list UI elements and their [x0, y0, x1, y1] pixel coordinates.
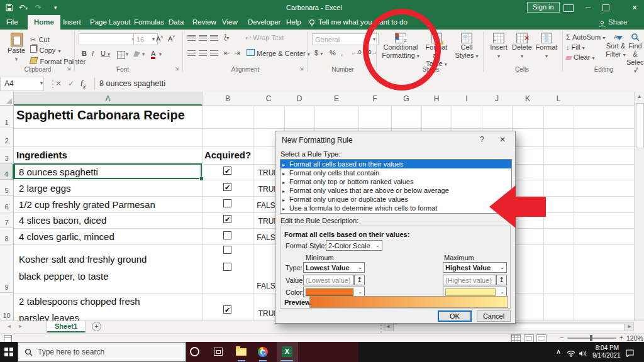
rule-type-option-3[interactable]: ▸Format only top or bottom ranked values — [280, 177, 511, 186]
fill-color-icon[interactable] — [133, 51, 140, 57]
column-header-j[interactable]: J — [482, 92, 513, 106]
formula-input[interactable]: 8 ounces spaghetti — [99, 75, 165, 92]
increase-indent-icon[interactable]: ⇥ — [234, 49, 240, 57]
decrease-indent-icon[interactable]: ⇤ — [224, 49, 230, 57]
ok-button[interactable]: OK — [438, 310, 472, 322]
sheet-nav-left-icon[interactable]: ◂ — [8, 322, 11, 329]
column-header-i[interactable]: I — [452, 92, 482, 106]
cell-a9[interactable]: Kosher salt and freshly ground black pep… — [19, 251, 147, 285]
scroll-up-icon[interactable]: ▲ — [635, 92, 644, 102]
row-header-8[interactable]: 8 — [0, 228, 14, 244]
column-header-l[interactable]: L — [543, 92, 574, 106]
column-header-h[interactable]: H — [421, 92, 452, 106]
cell-a6[interactable]: 1/2 cup freshly grated Parmesan — [19, 199, 155, 210]
bold-button[interactable]: B — [82, 50, 87, 57]
sort-filter-button[interactable]: A Sort & Filter ▾ — [605, 33, 626, 59]
tab-view[interactable]: View — [216, 15, 244, 30]
name-box[interactable]: A4 — [0, 77, 44, 91]
fill-button[interactable]: ↓ Fill ▾ — [566, 43, 585, 51]
column-header-c[interactable]: C — [253, 92, 285, 106]
redo-icon[interactable]: ↷▾ — [35, 0, 44, 16]
clipboard-dialog-launcher-icon[interactable]: ⇲ — [67, 66, 71, 72]
clock[interactable]: 8:04 PM 9/14/2021 — [592, 344, 619, 359]
horizontal-scroll-thumb[interactable] — [393, 324, 625, 331]
checkbox-row10[interactable]: ✔ — [223, 305, 231, 314]
restore-button[interactable] — [602, 4, 609, 11]
checkbox-row5[interactable]: ✔ — [223, 183, 231, 191]
cancel-button[interactable]: Cancel — [477, 310, 511, 322]
sheet-tab-sheet1[interactable]: Sheet1 — [47, 321, 86, 332]
action-center-icon[interactable] — [626, 348, 634, 359]
vertical-scrollbar[interactable]: ▲ — [634, 92, 644, 321]
tab-home[interactable]: Home — [28, 15, 60, 30]
name-box-dropdown-icon[interactable]: ▾ — [40, 80, 43, 86]
font-size-combo[interactable]: 16▾ — [133, 33, 158, 45]
checkbox-row6[interactable] — [223, 199, 231, 207]
rule-type-option-5[interactable]: ▸Format only unique or duplicate values — [280, 195, 511, 204]
fill-handle[interactable] — [199, 177, 204, 181]
comma-style-icon[interactable]: , — [341, 49, 343, 57]
tab-help[interactable]: Help — [280, 15, 308, 30]
format-style-combo[interactable]: 2-Color Scale⌄ — [326, 240, 382, 251]
row-header-5[interactable]: 5 — [0, 180, 14, 196]
italic-button[interactable]: I — [92, 50, 94, 57]
orientation-icon[interactable]: ⟅▾ — [224, 33, 229, 41]
borders-icon[interactable] — [117, 51, 125, 59]
file-explorer-icon[interactable] — [236, 348, 247, 356]
speaker-icon[interactable] — [579, 348, 587, 359]
minimize-button[interactable]: ─ — [580, 0, 596, 15]
excel-taskbar-icon[interactable]: X — [282, 346, 292, 357]
column-header-a[interactable]: A — [14, 92, 203, 106]
zoom-in-icon[interactable]: + — [619, 334, 623, 341]
autosum-button[interactable]: Σ AutoSum ▾ — [566, 33, 605, 41]
rule-type-option-2[interactable]: ▸Format only cells that contain — [280, 168, 511, 177]
increase-decimal-icon[interactable]: ←.0 — [351, 49, 362, 55]
ribbon-display-options-icon[interactable] — [564, 4, 574, 12]
min-type-combo[interactable]: Lowest Value⌄ — [303, 262, 365, 273]
max-type-combo[interactable]: Highest Value⌄ — [443, 262, 507, 273]
hidden-icons-chevron-icon[interactable]: ∧ — [556, 348, 561, 356]
format-painter-button[interactable]: Format Painter — [30, 55, 86, 67]
row-header-9[interactable]: 9 — [0, 244, 14, 293]
column-header-g[interactable]: G — [391, 92, 422, 106]
column-header-b[interactable]: B — [203, 92, 253, 106]
align-middle-icon[interactable] — [199, 35, 207, 41]
clear-button[interactable]: Clear ▾ — [566, 53, 594, 61]
borders-dropdown-icon[interactable]: ▾ — [126, 52, 128, 57]
column-header-f[interactable]: F — [358, 92, 392, 106]
align-center-icon[interactable] — [199, 50, 207, 56]
insert-function-icon[interactable]: fx — [80, 79, 86, 90]
dialog-help-icon[interactable]: ? — [480, 135, 484, 144]
copy-button[interactable]: Copy ▾ — [30, 44, 61, 55]
column-header-partial[interactable] — [574, 92, 635, 106]
start-button[interactable] — [4, 348, 13, 356]
zoom-out-icon[interactable]: − — [560, 334, 564, 341]
paste-button[interactable]: Paste▾ — [5, 33, 28, 63]
horizontal-scrollbar[interactable]: ◄ ► — [384, 322, 634, 331]
row-header-1[interactable]: 1 — [0, 106, 14, 128]
row-header-3[interactable]: 3 — [0, 146, 14, 164]
percent-style-icon[interactable]: % — [330, 49, 336, 57]
font-name-combo[interactable]: ▾ — [79, 33, 138, 45]
row-header-6[interactable]: 6 — [0, 196, 14, 212]
task-view-icon[interactable] — [214, 348, 223, 356]
close-button[interactable]: ✕ — [626, 0, 643, 15]
insert-cells-button[interactable]: ← Insert▾ — [488, 33, 509, 60]
sign-in-button[interactable]: Sign in — [527, 2, 560, 13]
fill-color-dropdown-icon[interactable]: ▾ — [142, 52, 145, 57]
font-dialog-launcher-icon[interactable]: ⇲ — [175, 66, 179, 72]
min-value-collapse-icon[interactable]: ↥ — [354, 275, 365, 285]
accounting-format-icon[interactable]: $ ▾ — [314, 49, 323, 57]
zoom-slider-thumb[interactable] — [590, 335, 592, 341]
delete-cells-button[interactable]: ✕ Delete▾ — [511, 33, 533, 60]
sheet-nav-right-icon[interactable]: ▸ — [19, 322, 22, 329]
max-value-collapse-icon[interactable]: ↥ — [496, 275, 507, 285]
cut-button[interactable]: ✂ Cut — [30, 33, 50, 45]
chrome-icon[interactable] — [258, 347, 268, 357]
rule-type-option-1[interactable]: ▸Format all cells based on their values — [280, 160, 511, 168]
max-value-field[interactable]: (Highest value) — [443, 275, 496, 285]
font-color-icon[interactable]: A — [151, 50, 155, 59]
cell-a5[interactable]: 2 large eggs — [19, 183, 71, 194]
checkbox-row4[interactable]: ✔ — [223, 167, 231, 175]
select-all-corner[interactable] — [0, 92, 14, 106]
